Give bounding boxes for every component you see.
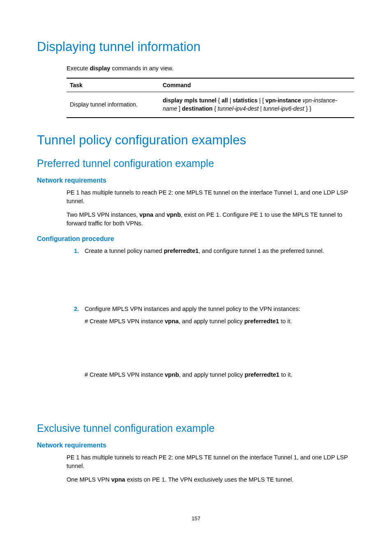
text: and [153, 211, 166, 218]
table-header-command: Command [159, 78, 354, 92]
text-bold: display [90, 65, 110, 72]
cmd-text: } } [304, 105, 311, 112]
section-heading-tunnel-policy-examples: Tunnel policy configuration examples [37, 133, 355, 148]
minor-heading-network-requirements: Network requirements [37, 442, 355, 449]
cmd-text: | [ [258, 97, 265, 104]
step-text: # Create MPLS VPN instance vpnb, and app… [85, 371, 355, 380]
cmd-text: { [212, 105, 217, 112]
text: to it. [279, 371, 292, 378]
cmd-text: | [258, 105, 263, 112]
text: Execute [67, 65, 90, 72]
table-header-row: Task Command [67, 78, 354, 92]
paragraph: Two MPLS VPN instances, vpna and vpnb, e… [67, 211, 355, 228]
text: to it. [279, 318, 292, 324]
text-bold: preferredte1 [244, 318, 279, 324]
text: exists on PE 1. The VPN exclusively uses… [125, 476, 294, 483]
procedure-list: 1. Create a tunnel policy named preferre… [67, 247, 355, 415]
document-page: Displaying tunnel information Execute di… [0, 0, 392, 533]
table-cell-task: Display tunnel information. [67, 92, 159, 118]
step-text: # Create MPLS VPN instance vpna, and app… [85, 317, 355, 326]
table-cell-command: display mpls tunnel { all | statistics |… [159, 92, 354, 118]
text-bold: vpna [111, 476, 125, 483]
intro-paragraph: Execute display commands in any view. [67, 64, 355, 73]
minor-heading-network-requirements: Network requirements [37, 177, 355, 184]
text: # Create MPLS VPN instance [85, 318, 165, 324]
step-number: 1. [67, 247, 79, 256]
cmd-keyword: display mpls tunnel [163, 97, 217, 104]
subsection-heading-exclusive-tunnel: Exclusive tunnel configuration example [37, 422, 355, 434]
cmd-text: ] [177, 105, 182, 112]
cmd-keyword: destination [182, 105, 213, 112]
cmd-arg: tunnel-ipv4-dest [218, 105, 259, 112]
text-bold: vpnb [165, 371, 179, 378]
text-bold: preferredte1 [164, 248, 199, 254]
spacer [85, 380, 355, 415]
cmd-keyword: statistics [233, 97, 258, 104]
text: commands in any view. [110, 65, 173, 72]
text: One MPLS VPN [67, 476, 111, 483]
list-item: 1. Create a tunnel policy named preferre… [67, 247, 355, 300]
text-bold: vpnb [166, 211, 181, 218]
section-heading-displaying-tunnel-info: Displaying tunnel information [37, 39, 355, 54]
text-bold: vpna [165, 318, 179, 324]
spacer [85, 255, 355, 300]
text-bold: preferredte1 [244, 371, 279, 378]
paragraph: One MPLS VPN vpna exists on PE 1. The VP… [67, 475, 355, 484]
table-header-task: Task [67, 78, 159, 92]
command-table: Task Command Display tunnel information.… [67, 78, 354, 118]
table-row: Display tunnel information. display mpls… [67, 92, 354, 118]
spacer [85, 326, 355, 371]
paragraph: PE 1 has multiple tunnels to reach PE 2:… [67, 188, 355, 206]
text: # Create MPLS VPN instance [85, 371, 165, 378]
cmd-text: { [217, 97, 221, 104]
cmd-arg: tunnel-ipv6-dest [263, 105, 304, 112]
cmd-keyword: vpn-instance [265, 97, 301, 104]
text: , and configure tunnel 1 as the preferre… [198, 248, 324, 254]
cmd-keyword: all [221, 97, 228, 104]
text: Create a tunnel policy named [85, 248, 164, 254]
subsection-heading-preferred-tunnel: Preferred tunnel configuration example [37, 158, 355, 169]
minor-heading-config-procedure: Configuration procedure [37, 235, 355, 243]
step-text: Configure MPLS VPN instances and apply t… [85, 305, 355, 314]
list-item: 2. Configure MPLS VPN instances and appl… [67, 305, 355, 415]
text: , and apply tunnel policy [179, 371, 245, 378]
cmd-text: | [228, 97, 233, 104]
text: Two MPLS VPN instances, [67, 211, 139, 218]
step-number: 2. [67, 305, 79, 314]
text: , and apply tunnel policy [179, 318, 244, 324]
step-text: Create a tunnel policy named preferredte… [85, 247, 355, 256]
paragraph: PE 1 has multiple tunnels to reach PE 2:… [67, 453, 355, 470]
page-number: 157 [0, 515, 392, 521]
text-bold: vpna [139, 211, 153, 218]
